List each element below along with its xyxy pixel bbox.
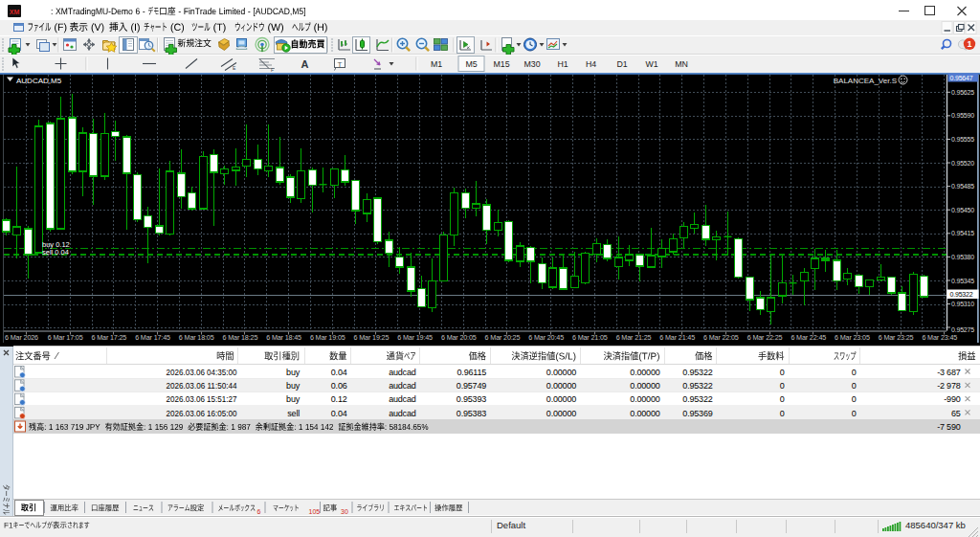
- svg-text:-7 590: -7 590: [937, 422, 961, 432]
- svg-text:Default: Default: [497, 520, 525, 530]
- svg-text:H4: H4: [586, 59, 596, 69]
- svg-text:6 Mar 21:45: 6 Mar 21:45: [659, 333, 695, 342]
- svg-text:1: 1: [967, 39, 971, 49]
- svg-text:6 Mar 23:05: 6 Mar 23:05: [835, 333, 870, 342]
- svg-text:2026.03.06 11:50:44: 2026.03.06 11:50:44: [167, 381, 237, 391]
- svg-text:6 Mar 22:25: 6 Mar 22:25: [747, 333, 783, 342]
- svg-text:audcad: audcad: [389, 394, 416, 404]
- svg-text:6 Mar 19:25: 6 Mar 19:25: [354, 333, 390, 342]
- svg-text:0.95369: 0.95369: [682, 409, 712, 418]
- svg-text:0.00000: 0.00000: [546, 409, 576, 418]
- svg-text:M15: M15: [493, 59, 509, 69]
- svg-text:6 Mar 17:25: 6 Mar 17:25: [92, 333, 127, 342]
- svg-text:0.00000: 0.00000: [630, 409, 659, 418]
- svg-text:0.95310: 0.95310: [951, 301, 974, 307]
- svg-text:485640/347 kb: 485640/347 kb: [905, 520, 966, 530]
- svg-text:buy: buy: [286, 368, 301, 377]
- svg-text:0.95485: 0.95485: [951, 183, 974, 190]
- svg-text:0.95322: 0.95322: [682, 381, 712, 391]
- svg-text:30: 30: [341, 508, 348, 515]
- svg-text:105: 105: [309, 508, 321, 515]
- svg-text:6 Mar 23:45: 6 Mar 23:45: [922, 333, 957, 342]
- svg-text:0.95555: 0.95555: [951, 136, 974, 143]
- svg-text:F: F: [271, 67, 274, 73]
- svg-text:0.95322: 0.95322: [950, 291, 973, 298]
- svg-text:0: 0: [852, 394, 857, 404]
- svg-text:0: 0: [852, 381, 857, 391]
- svg-text:0: 0: [852, 368, 857, 377]
- svg-text:H1: H1: [557, 59, 568, 69]
- svg-text:0.00000: 0.00000: [546, 394, 576, 404]
- svg-text:2026.03.06 16:05:00: 2026.03.06 16:05:00: [167, 409, 237, 418]
- svg-text:6 Mar 18:45: 6 Mar 18:45: [266, 333, 301, 342]
- svg-text:audcad: audcad: [389, 409, 416, 418]
- svg-text:0.12: 0.12: [331, 394, 347, 404]
- svg-text:-3 687: -3 687: [937, 368, 961, 377]
- svg-text:T: T: [338, 60, 343, 69]
- svg-text:0.04: 0.04: [331, 409, 347, 418]
- svg-text:65: 65: [951, 409, 961, 418]
- svg-text:0: 0: [780, 381, 785, 391]
- svg-text:0.95322: 0.95322: [682, 394, 712, 404]
- svg-text:M5: M5: [465, 59, 477, 69]
- svg-text:0.95590: 0.95590: [951, 112, 974, 119]
- svg-text:6 Mar 17:45: 6 Mar 17:45: [135, 333, 170, 342]
- svg-text:BALANCEA_Ver.S: BALANCEA_Ver.S: [834, 77, 897, 85]
- svg-text:sell: sell: [287, 409, 300, 418]
- svg-text:6 Mar 21:05: 6 Mar 21:05: [572, 333, 608, 342]
- svg-text:6 Mar 18:05: 6 Mar 18:05: [179, 333, 214, 342]
- svg-text:0.95380: 0.95380: [951, 254, 974, 260]
- svg-text:0.95275: 0.95275: [951, 326, 974, 333]
- svg-text:D1: D1: [616, 59, 627, 69]
- svg-text:6 Mar 19:05: 6 Mar 19:05: [310, 333, 345, 342]
- svg-text:6 Mar 22:05: 6 Mar 22:05: [703, 333, 739, 342]
- svg-text:6 Mar 20:05: 6 Mar 20:05: [441, 333, 477, 342]
- svg-text:0.06: 0.06: [331, 381, 347, 391]
- svg-text:0.95450: 0.95450: [951, 207, 974, 213]
- svg-text:buy: buy: [286, 381, 301, 391]
- svg-text:0.04: 0.04: [331, 368, 347, 377]
- svg-text:buy: buy: [286, 394, 301, 404]
- svg-text:W1: W1: [645, 59, 657, 69]
- svg-text:0.95322: 0.95322: [682, 368, 712, 377]
- svg-text:-2 978: -2 978: [937, 381, 961, 391]
- svg-text:0: 0: [780, 409, 785, 418]
- svg-text:MN: MN: [675, 59, 688, 69]
- svg-text:0.95625: 0.95625: [951, 89, 974, 96]
- svg-text:sell 0.04: sell 0.04: [42, 248, 69, 257]
- svg-text:M1: M1: [431, 59, 442, 69]
- svg-text:0.95749: 0.95749: [457, 381, 486, 391]
- svg-text:0.95393: 0.95393: [457, 394, 486, 404]
- svg-text:2026.03.06 15:51:27: 2026.03.06 15:51:27: [167, 394, 237, 404]
- svg-text:0: 0: [780, 368, 785, 377]
- svg-text:6 Mar 22:45: 6 Mar 22:45: [791, 333, 826, 342]
- svg-text:0.95383: 0.95383: [457, 409, 486, 418]
- svg-text:0.00000: 0.00000: [546, 381, 576, 391]
- svg-text:0.95647: 0.95647: [950, 75, 973, 81]
- svg-text:6: 6: [257, 508, 261, 515]
- svg-text:0.96115: 0.96115: [457, 368, 487, 377]
- svg-text:6 Mar 23:25: 6 Mar 23:25: [879, 333, 914, 342]
- svg-text:AUDCAD,M5: AUDCAD,M5: [16, 77, 62, 85]
- svg-text:6 Mar 20:45: 6 Mar 20:45: [528, 333, 564, 342]
- svg-text:6 Mar 2026: 6 Mar 2026: [5, 333, 38, 342]
- svg-text:0.95415: 0.95415: [951, 230, 974, 236]
- svg-text:0.00000: 0.00000: [630, 381, 659, 391]
- svg-text:M30: M30: [523, 59, 540, 69]
- svg-text:0.95345: 0.95345: [951, 278, 974, 284]
- svg-text:6 Mar 21:25: 6 Mar 21:25: [616, 333, 652, 342]
- svg-text:A: A: [301, 58, 309, 70]
- svg-text:6 Mar 20:25: 6 Mar 20:25: [485, 333, 521, 342]
- svg-text:6 Mar 18:25: 6 Mar 18:25: [223, 333, 258, 342]
- svg-text:6 Mar 19:45: 6 Mar 19:45: [397, 333, 433, 342]
- svg-text:0.00000: 0.00000: [630, 368, 659, 377]
- svg-text:0: 0: [780, 394, 785, 404]
- svg-text:0.00000: 0.00000: [630, 394, 659, 404]
- svg-text:audcad: audcad: [389, 381, 416, 391]
- svg-text:6 Mar 17:05: 6 Mar 17:05: [48, 333, 83, 342]
- svg-text:2026.03.06 04:35:00: 2026.03.06 04:35:00: [167, 368, 237, 377]
- svg-text:0.00000: 0.00000: [546, 368, 576, 377]
- svg-text:0: 0: [852, 409, 857, 418]
- svg-text:-990: -990: [944, 394, 960, 404]
- svg-text:XM: XM: [10, 9, 20, 15]
